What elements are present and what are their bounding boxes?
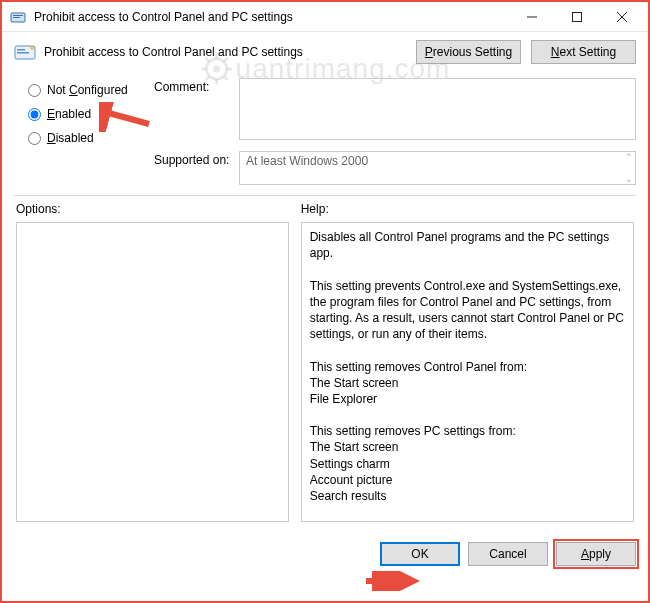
state-radio-group: Not Configured Enabled Disabled	[14, 78, 154, 185]
previous-setting-button[interactable]: Previous Setting	[416, 40, 521, 64]
window-title: Prohibit access to Control Panel and PC …	[34, 10, 509, 24]
options-box	[16, 222, 289, 522]
supported-on-label: Supported on:	[154, 151, 239, 167]
policy-big-icon	[14, 41, 36, 63]
svg-rect-1	[13, 15, 23, 16]
divider	[14, 195, 636, 196]
supported-on-value: At least Windows 2000 ⌃⌄	[239, 151, 636, 185]
svg-rect-2	[13, 17, 20, 18]
cancel-button[interactable]: Cancel	[468, 542, 548, 566]
comment-textarea[interactable]	[239, 78, 636, 140]
help-text[interactable]: Disables all Control Panel programs and …	[301, 222, 634, 522]
dialog-button-row: OK Cancel Apply	[2, 530, 648, 576]
policy-title: Prohibit access to Control Panel and PC …	[44, 45, 408, 59]
maximize-button[interactable]	[554, 2, 599, 31]
ok-button[interactable]: OK	[380, 542, 460, 566]
next-setting-button[interactable]: Next Setting	[531, 40, 636, 64]
policy-header: Prohibit access to Control Panel and PC …	[14, 40, 636, 64]
help-label: Help:	[301, 202, 634, 216]
policy-small-icon	[10, 9, 26, 25]
radio-disabled[interactable]: Disabled	[28, 126, 154, 150]
radio-enabled[interactable]: Enabled	[28, 102, 154, 126]
close-button[interactable]	[599, 2, 644, 31]
svg-rect-4	[572, 12, 581, 21]
svg-point-10	[30, 46, 34, 50]
minimize-button[interactable]	[509, 2, 554, 31]
radio-not-configured[interactable]: Not Configured	[28, 78, 154, 102]
titlebar: Prohibit access to Control Panel and PC …	[2, 2, 648, 32]
options-label: Options:	[16, 202, 289, 216]
comment-label: Comment:	[154, 78, 239, 94]
apply-button[interactable]: Apply	[556, 542, 636, 566]
svg-rect-9	[17, 52, 29, 54]
scroll-spinner-icon: ⌃⌄	[625, 152, 633, 184]
svg-rect-8	[17, 49, 25, 51]
